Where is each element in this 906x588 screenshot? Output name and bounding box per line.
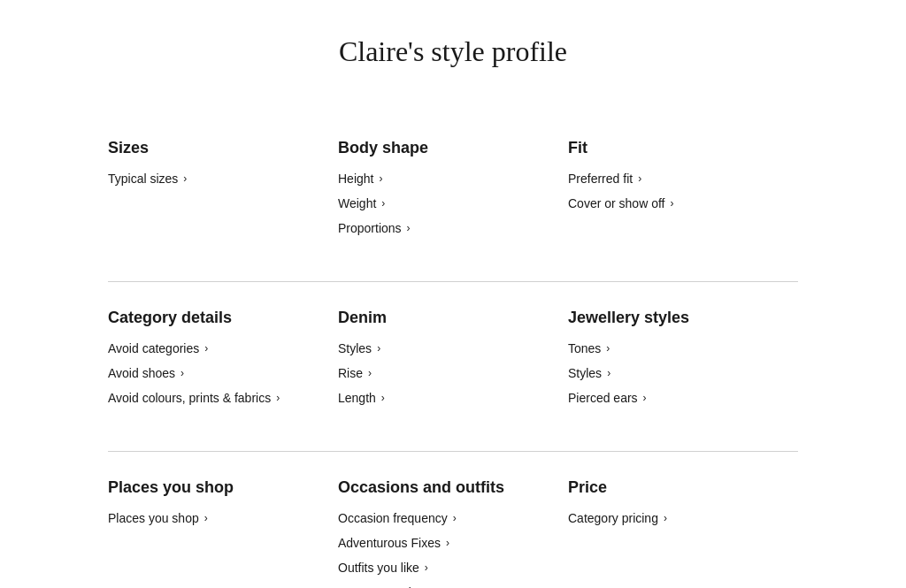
link-label: Length (338, 391, 376, 405)
section-link-pierced-ears[interactable]: Pierced ears› (568, 391, 780, 405)
section-col-row1-1: Body shapeHeight›Weight›Proportions› (338, 139, 568, 272)
section-col-row2-0: Category detailsAvoid categories›Avoid s… (108, 309, 338, 442)
section-row-row1: SizesTypical sizes›Body shapeHeight›Weig… (108, 112, 798, 281)
section-link-height[interactable]: Height› (338, 172, 550, 186)
section-link-styles[interactable]: Styles› (338, 341, 550, 355)
chevron-icon: › (204, 342, 208, 355)
chevron-icon: › (638, 172, 641, 185)
section-link-rise[interactable]: Rise› (338, 366, 550, 380)
link-label: Cover or show off (568, 196, 664, 210)
section-link-outfits-you-like[interactable]: Outfits you like› (338, 561, 550, 575)
link-label: Styles (568, 366, 602, 380)
chevron-icon: › (643, 392, 647, 404)
section-link-avoid-categories[interactable]: Avoid categories› (108, 341, 320, 355)
sections-wrapper: SizesTypical sizes›Body shapeHeight›Weig… (108, 112, 798, 588)
section-heading: Occasions and outfits (338, 478, 550, 497)
chevron-icon: › (607, 367, 610, 379)
section-link-tones[interactable]: Tones› (568, 341, 780, 355)
link-label: Pierced ears (568, 391, 638, 405)
section-link-styles[interactable]: Styles› (568, 366, 780, 380)
section-link-places-you-shop[interactable]: Places you shop› (108, 511, 320, 525)
section-heading: Category details (108, 309, 320, 327)
section-link-cover-or-show-off[interactable]: Cover or show off› (568, 196, 780, 210)
section-col-row2-1: DenimStyles›Rise›Length› (338, 309, 568, 442)
chevron-icon: › (183, 172, 187, 185)
section-heading: Body shape (338, 139, 550, 157)
chevron-icon: › (446, 537, 449, 549)
link-label: Styles (338, 341, 372, 355)
link-label: Avoid colours, prints & fabrics (108, 391, 271, 405)
chevron-icon: › (453, 512, 457, 524)
chevron-icon: › (670, 197, 673, 210)
section-link-occasion-frequency[interactable]: Occasion frequency› (338, 511, 550, 525)
section-link-proportions[interactable]: Proportions› (338, 221, 550, 235)
section-heading: Denim (338, 309, 550, 327)
section-col-row2-2: Jewellery stylesTones›Styles›Pierced ear… (568, 309, 798, 442)
chevron-icon: › (606, 342, 610, 355)
link-label: Occasion frequency (338, 511, 448, 525)
chevron-icon: › (425, 561, 428, 574)
chevron-icon: › (368, 367, 372, 379)
chevron-icon: › (276, 392, 280, 404)
section-heading: Fit (568, 139, 780, 157)
link-label: Height (338, 172, 373, 186)
section-link-avoid-colours-prints--fabrics[interactable]: Avoid colours, prints & fabrics› (108, 391, 320, 405)
chevron-icon: › (407, 222, 411, 234)
page-title: Claire's style profile (108, 35, 798, 68)
link-label: Outfits you like (338, 561, 419, 575)
section-col-row1-2: FitPreferred fit›Cover or show off› (568, 139, 798, 272)
link-label: Adventurous Fixes (338, 536, 441, 550)
section-col-row3-2: PriceCategory pricing› (568, 478, 798, 588)
link-label: Proportions (338, 221, 402, 235)
link-label: Avoid shoes (108, 366, 175, 380)
section-link-preferred-fit[interactable]: Preferred fit› (568, 172, 780, 186)
chevron-icon: › (381, 392, 385, 404)
link-label: Weight (338, 196, 376, 210)
link-label: Rise (338, 366, 363, 380)
chevron-icon: › (180, 367, 184, 379)
section-row-row3: Places you shopPlaces you shop›Occasions… (108, 452, 798, 588)
link-label: Places you shop (108, 511, 199, 525)
section-col-row3-0: Places you shopPlaces you shop› (108, 478, 338, 588)
section-heading: Sizes (108, 139, 320, 157)
chevron-icon: › (379, 172, 382, 185)
section-link-adventurous-fixes[interactable]: Adventurous Fixes› (338, 536, 550, 550)
page-container: Claire's style profile SizesTypical size… (55, 0, 851, 588)
section-link-category-pricing[interactable]: Category pricing› (568, 511, 780, 525)
link-label: Typical sizes (108, 172, 178, 186)
chevron-icon: › (664, 512, 667, 524)
chevron-icon: › (204, 512, 208, 524)
section-link-length[interactable]: Length› (338, 391, 550, 405)
chevron-icon: › (381, 197, 385, 210)
link-label: Avoid categories (108, 341, 199, 355)
section-heading: Price (568, 478, 780, 497)
section-link-typical-sizes[interactable]: Typical sizes› (108, 172, 320, 186)
link-label: Category pricing (568, 511, 658, 525)
section-col-row1-0: SizesTypical sizes› (108, 139, 338, 272)
section-heading: Places you shop (108, 478, 320, 497)
section-link-avoid-shoes[interactable]: Avoid shoes› (108, 366, 320, 380)
link-label: Preferred fit (568, 172, 633, 186)
chevron-icon: › (377, 342, 380, 355)
section-link-weight[interactable]: Weight› (338, 196, 550, 210)
section-col-row3-1: Occasions and outfitsOccasion frequency›… (338, 478, 568, 588)
section-row-row2: Category detailsAvoid categories›Avoid s… (108, 282, 798, 451)
link-label: Tones (568, 341, 601, 355)
section-heading: Jewellery styles (568, 309, 780, 327)
